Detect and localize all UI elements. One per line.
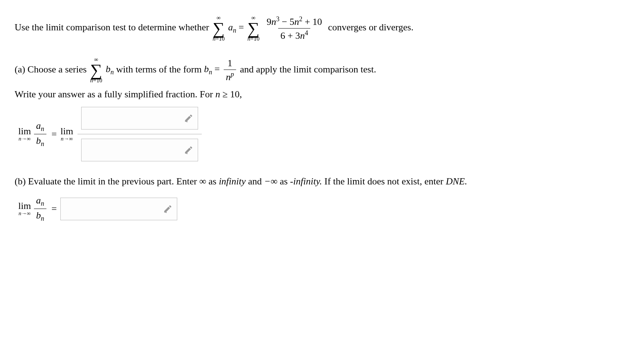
problem-intro: Use the limit comparison test to determi… <box>15 15 629 42</box>
limit-symbol-2: lim n→∞ <box>60 127 73 142</box>
an-over-bn-1: an bn <box>34 119 46 149</box>
fraction-divider <box>77 134 202 134</box>
sum-symbol-1: ∞ ∑ n=10 <box>213 15 225 42</box>
part-a-label: (a) Choose a series <box>15 64 89 74</box>
main-fraction: 9n3 − 5n2 + 10 6 + 3n4 <box>264 15 324 42</box>
pencil-icon <box>184 113 193 123</box>
pencil-icon <box>163 204 173 214</box>
part-a-mid: with terms of the form <box>116 64 204 74</box>
pencil-icon <box>184 145 193 155</box>
an-term: an <box>228 22 236 33</box>
sum-symbol-bn: ∞ ∑ n=10 <box>90 57 102 83</box>
bn-term: bn <box>106 64 114 74</box>
limit-symbol-3: lim n→∞ <box>18 201 31 216</box>
numerator-input[interactable] <box>81 107 198 130</box>
intro-suffix: converges or diverges. <box>328 22 414 33</box>
limit-value-input[interactable] <box>60 198 177 220</box>
part-b: (b) Evaluate the limit in the previous p… <box>15 174 629 224</box>
limit-symbol-1: lim n→∞ <box>18 127 31 142</box>
bn-fraction: 1 np <box>224 57 236 83</box>
denominator-input[interactable] <box>81 139 198 161</box>
part-a: (a) Choose a series ∞ ∑ n=10 bn with ter… <box>15 57 629 161</box>
an-over-bn-2: an bn <box>34 194 46 224</box>
part-a-after: and apply the limit comparison test. <box>240 64 376 74</box>
sum-symbol-2: ∞ ∑ n=10 <box>247 15 260 42</box>
intro-prefix: Use the limit comparison test to determi… <box>15 22 212 33</box>
